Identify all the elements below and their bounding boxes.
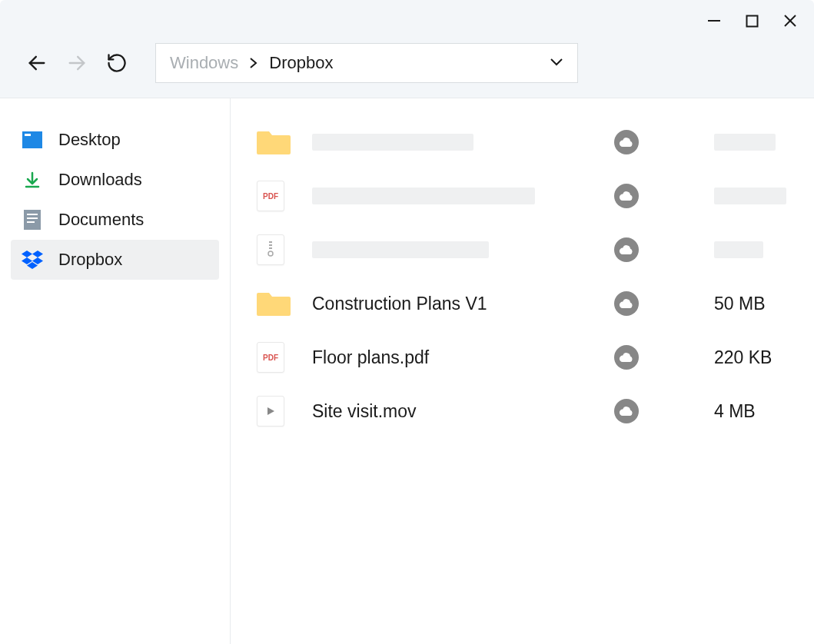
- placeholder-size: [714, 241, 763, 258]
- svg-rect-11: [27, 214, 38, 215]
- maximize-button[interactable]: [746, 15, 759, 28]
- placeholder-name: [312, 134, 473, 151]
- file-row-placeholder[interactable]: PDF: [257, 169, 791, 223]
- svg-rect-10: [24, 210, 41, 230]
- svg-marker-14: [22, 251, 32, 257]
- cloud-status-icon: [614, 345, 639, 370]
- refresh-button[interactable]: [100, 46, 134, 80]
- svg-rect-7: [25, 134, 31, 136]
- breadcrumb-path: Windows Dropbox: [170, 53, 333, 73]
- breadcrumb-current[interactable]: Dropbox: [269, 53, 333, 73]
- window-controls: [707, 14, 797, 28]
- navigation-toolbar: Windows Dropbox: [20, 43, 578, 83]
- sidebar-item-label: Downloads: [58, 170, 142, 190]
- sidebar-item-downloads[interactable]: Downloads: [11, 160, 219, 200]
- cloud-status-icon: [614, 130, 639, 154]
- sidebar-item-label: Desktop: [58, 130, 121, 150]
- file-size: 220 KB: [714, 347, 791, 368]
- cloud-status-icon: [614, 291, 639, 316]
- file-row[interactable]: PDF Floor plans.pdf 220 KB: [257, 330, 791, 384]
- placeholder-size: [714, 134, 776, 151]
- svg-rect-12: [27, 217, 38, 219]
- forward-button[interactable]: [60, 46, 94, 80]
- svg-rect-20: [269, 244, 272, 246]
- placeholder-size: [714, 188, 786, 204]
- desktop-icon: [22, 129, 43, 151]
- file-row-placeholder[interactable]: [257, 223, 791, 277]
- placeholder-name: [312, 188, 535, 204]
- file-list: PDF: [231, 98, 814, 644]
- svg-rect-13: [27, 221, 35, 223]
- file-name: Construction Plans V1: [312, 294, 614, 314]
- sidebar: Desktop Downloads Documents Dropbox: [0, 98, 231, 644]
- video-icon: [257, 396, 312, 427]
- sidebar-item-label: Documents: [58, 210, 144, 230]
- zip-icon: [257, 234, 312, 265]
- sidebar-item-dropbox[interactable]: Dropbox: [11, 240, 219, 280]
- file-size: 4 MB: [714, 401, 791, 422]
- svg-rect-19: [269, 241, 272, 243]
- pdf-icon: PDF: [257, 181, 312, 211]
- downloads-icon: [22, 169, 43, 191]
- sidebar-item-label: Dropbox: [58, 250, 122, 270]
- pdf-icon: PDF: [257, 342, 312, 373]
- file-row-placeholder[interactable]: [257, 115, 791, 169]
- file-row[interactable]: Site visit.mov 4 MB: [257, 384, 791, 438]
- svg-rect-1: [747, 15, 758, 26]
- folder-icon: [257, 290, 312, 317]
- svg-rect-21: [269, 247, 272, 249]
- file-explorer-window: Windows Dropbox Desktop: [0, 0, 814, 644]
- back-button[interactable]: [20, 46, 54, 80]
- documents-icon: [22, 209, 43, 231]
- folder-icon: [257, 128, 312, 156]
- content-area: Desktop Downloads Documents Dropbox: [0, 98, 814, 644]
- titlebar: Windows Dropbox: [0, 0, 814, 98]
- file-row[interactable]: Construction Plans V1 50 MB: [257, 277, 791, 330]
- svg-point-22: [268, 251, 273, 256]
- breadcrumb-parent[interactable]: Windows: [170, 53, 238, 73]
- chevron-right-icon: [249, 53, 258, 73]
- cloud-status-icon: [614, 399, 639, 423]
- chevron-down-icon[interactable]: [550, 56, 563, 70]
- file-name: Site visit.mov: [312, 401, 614, 422]
- sidebar-item-documents[interactable]: Documents: [11, 200, 219, 240]
- file-size: 50 MB: [714, 294, 791, 314]
- cloud-status-icon: [614, 184, 639, 208]
- sidebar-item-desktop[interactable]: Desktop: [11, 120, 219, 160]
- close-button[interactable]: [783, 14, 797, 28]
- dropbox-icon: [22, 249, 43, 271]
- svg-marker-23: [267, 407, 274, 415]
- cloud-status-icon: [614, 237, 639, 262]
- placeholder-name: [312, 241, 489, 258]
- svg-marker-15: [32, 251, 43, 257]
- file-name: Floor plans.pdf: [312, 347, 614, 368]
- breadcrumb-bar[interactable]: Windows Dropbox: [155, 43, 578, 83]
- minimize-button[interactable]: [707, 14, 721, 28]
